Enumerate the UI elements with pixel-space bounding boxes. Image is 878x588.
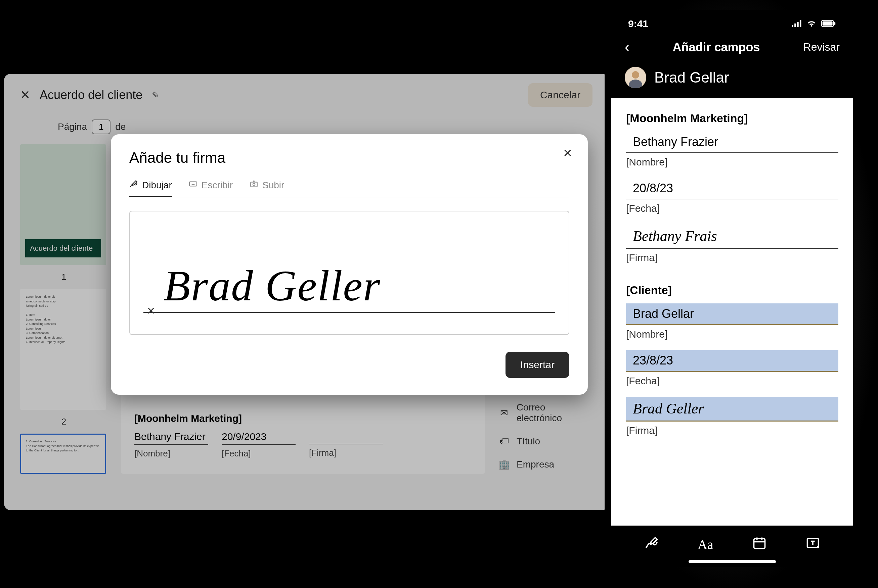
status-bar: 9:41 xyxy=(611,10,853,33)
doc-field-firma: [Firma] xyxy=(309,431,383,459)
avatar xyxy=(625,67,646,88)
app-header: ✕ Acuerdo del cliente ✎ Cancelar xyxy=(4,74,609,116)
doc-field-value[interactable] xyxy=(309,431,383,444)
tab-label: Escribir xyxy=(201,180,233,190)
date-tool-icon[interactable] xyxy=(752,536,767,554)
field-nombre[interactable]: Bethany Frazier [Nombre] xyxy=(626,132,838,168)
field-label: [Fecha] xyxy=(626,203,838,214)
field-firma[interactable]: Bethany Frais [Firma] xyxy=(626,224,838,264)
field-label: [Firma] xyxy=(626,252,838,264)
thumbnail-3[interactable]: 1. Consulting ServicesThe Consultant agr… xyxy=(20,434,106,474)
insert-button[interactable]: Insertar xyxy=(505,352,569,378)
page-title: Acuerdo del cliente xyxy=(40,88,143,102)
camera-icon xyxy=(250,180,258,190)
signature-baseline xyxy=(143,312,555,313)
signal-icon xyxy=(791,18,803,30)
page-thumbnails: Acuerdo del cliente 1 Lorem ipsum dolor … xyxy=(20,144,107,474)
panel-item-title[interactable]: 🏷 Título xyxy=(498,436,592,447)
battery-icon xyxy=(820,18,836,30)
field-label: [Firma] xyxy=(626,425,838,436)
field-label: [Nombre] xyxy=(626,156,838,168)
field-firma[interactable]: Brad Geller [Firma] xyxy=(626,397,838,436)
svg-rect-13 xyxy=(754,538,765,548)
signature-drawing: Brad Geller xyxy=(164,261,381,311)
field-fecha[interactable]: 23/8/23 [Fecha] xyxy=(626,350,838,387)
tab-label: Dibujar xyxy=(142,180,172,190)
section-label: [Moonhelm Marketing] xyxy=(626,112,838,125)
phone-user-row[interactable]: Brad Gellar xyxy=(611,62,853,98)
panel-item-label: Correo electrónico xyxy=(517,402,592,423)
field-value[interactable]: Bethany Frazier xyxy=(626,132,838,153)
phone-content[interactable]: [Moonhelm Marketing] Bethany Frazier [No… xyxy=(611,98,853,526)
close-icon[interactable]: ✕ xyxy=(563,146,572,160)
tab-escribir[interactable]: Escribir xyxy=(189,180,233,197)
doc-field-nombre: Bethany Frazier [Nombre] xyxy=(134,431,208,459)
doc-field-fecha: 20/9/2023 [Fecha] xyxy=(222,431,296,459)
field-label: [Fecha] xyxy=(626,375,838,387)
doc-field-label: [Fecha] xyxy=(222,448,296,459)
panel-item-label: Título xyxy=(517,436,540,447)
modal-title: Añade tu firma xyxy=(129,149,569,166)
textbox-tool-icon[interactable] xyxy=(806,536,820,554)
field-nombre[interactable]: Brad Gellar [Nombre] xyxy=(626,303,838,340)
thumbnail-1[interactable]: Acuerdo del cliente xyxy=(20,144,106,265)
tab-label: Subir xyxy=(262,180,284,190)
status-time: 9:41 xyxy=(628,18,648,30)
svg-rect-3 xyxy=(792,25,793,27)
doc-field-label: [Firma] xyxy=(309,448,383,458)
field-value[interactable]: 20/8/23 xyxy=(626,178,838,200)
tab-dibujar[interactable]: Dibujar xyxy=(129,180,172,197)
phone-user-name: Brad Gellar xyxy=(654,69,729,86)
section-label: [Cliente] xyxy=(626,284,838,297)
signature-modal: ✕ Añade tu firma Dibujar Escribir Subir … xyxy=(111,134,588,394)
phone-toolbar: Aa xyxy=(611,526,853,560)
signature-canvas[interactable]: Brad Geller ✕ xyxy=(129,211,569,335)
doc-field-value[interactable]: 20/9/2023 xyxy=(222,431,296,445)
field-value[interactable]: 23/8/23 xyxy=(626,350,838,372)
field-label: [Nombre] xyxy=(626,328,838,340)
signature-tool-icon[interactable] xyxy=(644,536,659,554)
svg-rect-0 xyxy=(189,182,197,186)
thumbnail-caption: Acuerdo del cliente xyxy=(25,239,101,257)
field-value[interactable]: Brad Geller xyxy=(626,397,838,422)
svg-rect-4 xyxy=(794,24,796,27)
tag-icon: 🏷 xyxy=(498,436,510,447)
draw-icon xyxy=(129,180,138,190)
phone-header: ‹ Añadir campos Revisar xyxy=(611,33,853,62)
text-tool-icon[interactable]: Aa xyxy=(698,537,713,552)
svg-rect-6 xyxy=(800,20,801,27)
wifi-icon xyxy=(806,18,817,30)
home-indicator[interactable] xyxy=(689,560,776,563)
thumbnail-2[interactable]: Lorem ipsum dolor sitamet consectetur ad… xyxy=(20,289,106,410)
edit-icon[interactable]: ✎ xyxy=(152,90,159,100)
keyboard-icon xyxy=(189,180,197,190)
page-number-input[interactable] xyxy=(92,120,111,134)
panel-item-label: Empresa xyxy=(517,459,554,470)
doc-field-value[interactable]: Bethany Frazier xyxy=(134,431,208,445)
svg-point-11 xyxy=(632,71,639,78)
svg-rect-1 xyxy=(251,182,257,187)
building-icon: 🏢 xyxy=(498,459,510,470)
doc-section-title: [Moonhelm Marketing] xyxy=(134,413,472,424)
cancel-button[interactable]: Cancelar xyxy=(528,83,592,107)
phone-title: Añadir campos xyxy=(672,40,760,54)
phone-mockup: 9:41 ‹ Añadir campos Revisar Bra xyxy=(604,3,860,574)
svg-rect-8 xyxy=(822,21,833,26)
envelope-icon: ✉ xyxy=(498,408,510,418)
page-label: Página xyxy=(58,122,87,132)
close-icon[interactable]: ✕ xyxy=(20,89,30,101)
doc-field-label: [Nombre] xyxy=(134,448,208,459)
tab-subir[interactable]: Subir xyxy=(250,180,284,197)
panel-item-email[interactable]: ✉ Correo electrónico xyxy=(498,402,592,423)
field-fecha[interactable]: 20/8/23 [Fecha] xyxy=(626,178,838,214)
field-value[interactable]: Brad Gellar xyxy=(626,303,838,325)
svg-rect-9 xyxy=(834,22,835,25)
panel-item-company[interactable]: 🏢 Empresa xyxy=(498,459,592,470)
clear-signature-icon[interactable]: ✕ xyxy=(147,305,155,317)
field-value[interactable]: Bethany Frais xyxy=(626,224,838,249)
review-button[interactable]: Revisar xyxy=(803,41,840,53)
back-icon[interactable]: ‹ xyxy=(625,40,629,55)
page-of-label: de xyxy=(115,122,126,132)
svg-point-2 xyxy=(253,183,255,186)
svg-rect-5 xyxy=(797,22,799,27)
